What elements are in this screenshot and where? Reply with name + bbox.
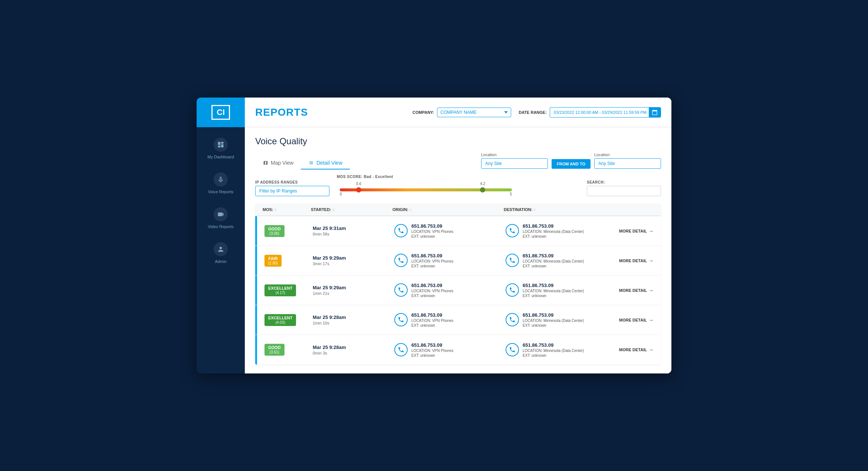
sort-icon-started[interactable]: ↕ (333, 208, 335, 211)
mos-max: 5 (510, 192, 512, 196)
started-cell: Mar 25 9:29am 1min 21s (313, 285, 379, 296)
date-range-value: 03/23/2022 12:00:00 AM - 03/29/2022 11:5… (550, 108, 650, 116)
header-mos: MOS: ↕ (263, 207, 311, 212)
mos-label: MOS SCORE: Bad - Excellent (337, 175, 515, 179)
main-content: REPORTS COMPANY: COMPANY NAME DATE RANGE… (245, 98, 671, 373)
row-bar (255, 216, 257, 246)
location-input-2[interactable] (594, 158, 661, 169)
sidebar-item-video-reports[interactable]: Video Reports (197, 201, 245, 235)
map-icon (263, 160, 269, 165)
dest-phone-icon (506, 313, 519, 326)
detail-icon (308, 160, 314, 165)
tab-map-view[interactable]: Map View (255, 157, 301, 169)
started-date: Mar 25 9:28am (313, 314, 379, 320)
sort-icon-destination[interactable]: ↕ (534, 208, 536, 211)
mos-label: GOOD (268, 227, 281, 231)
ip-ranges-group: IP ADDRESS RANGES (255, 180, 329, 196)
origin-location: LOCATION: VPN Phones (411, 319, 453, 323)
location-group-2: Location (594, 152, 661, 169)
started-date: Mar 25 9:29am (313, 255, 379, 261)
origin-cell: 651.86.753.09 LOCATION: VPN Phones EXT: … (394, 283, 506, 298)
origin-ext: EXT: unknown (411, 294, 453, 298)
origin-ext: EXT: unknown (411, 323, 453, 327)
dest-ext: EXT: unknown (523, 234, 584, 238)
row-bar (255, 335, 257, 365)
arrow-right-icon: → (648, 258, 654, 264)
sort-icon-mos[interactable]: ↕ (275, 208, 277, 211)
ip-ranges-input[interactable] (255, 186, 329, 196)
mos-badge: EXCELLENT (4.03) (264, 314, 296, 326)
more-detail-label: MORE DETAIL (619, 348, 647, 352)
more-detail-label: MORE DETAIL (619, 318, 647, 322)
mos-cell: GOOD (3.06) (264, 225, 313, 237)
phone-icon (509, 227, 516, 234)
calendar-button[interactable] (649, 108, 661, 117)
phone-icon (509, 346, 516, 353)
more-detail-button[interactable]: MORE DETAIL → (617, 347, 654, 353)
mos-score: (4.03) (276, 320, 285, 325)
origin-info: 651.86.753.09 LOCATION: VPN Phones EXT: … (411, 342, 453, 358)
company-select[interactable]: COMPANY NAME (437, 108, 511, 117)
dest-info: 651.86.753.09 LOCATION: Minnesota (Data … (523, 253, 584, 268)
origin-ext: EXT: unknown (411, 234, 453, 238)
header-destination: DESTINATION: ↕ (504, 207, 615, 212)
sidebar-item-voice-reports[interactable]: Voice Reports (197, 166, 245, 201)
mos-label: FAIR (269, 256, 278, 261)
tab-detail-view-label: Detail View (316, 160, 342, 166)
more-detail-button[interactable]: MORE DETAIL → (617, 228, 654, 234)
origin-ip: 651.86.753.09 (411, 312, 453, 318)
started-date: Mar 25 9:31am (313, 225, 379, 231)
mos-right-value: 4.2 (480, 182, 485, 186)
more-detail-button[interactable]: MORE DETAIL → (617, 258, 654, 264)
from-and-to-button[interactable]: FROM AND TO (552, 159, 591, 169)
dest-ext: EXT: unknown (523, 353, 584, 358)
search-group: SEARCH: (587, 180, 661, 196)
origin-ip: 651.86.753.09 (411, 253, 453, 258)
phone-icon (398, 287, 404, 293)
date-range-wrapper: 03/23/2022 12:00:00 AM - 03/29/2022 11:5… (550, 107, 661, 118)
started-duration: 0min 58s (313, 232, 379, 236)
mos-slider-group: MOS SCORE: Bad - Excellent 0.6 4.2 0 5 (337, 175, 515, 196)
sidebar-item-admin[interactable]: Admin (197, 235, 245, 270)
mos-label: EXCELLENT (268, 286, 292, 290)
ip-ranges-label: IP ADDRESS RANGES (255, 180, 329, 184)
tab-detail-view[interactable]: Detail View (301, 157, 350, 169)
table-body: GOOD (3.06) Mar 25 9:31am 0min 58s 651.8… (255, 216, 661, 365)
mos-thumb-right[interactable] (480, 187, 485, 192)
table-row: FAIR (2.80) Mar 25 9:29am 3min 17s 651.8… (255, 246, 661, 276)
mos-left-value: 0.6 (356, 182, 361, 186)
search-input[interactable] (587, 186, 661, 196)
search-label: SEARCH: (587, 180, 661, 184)
origin-cell: 651.86.753.09 LOCATION: VPN Phones EXT: … (394, 312, 506, 327)
mos-badge: GOOD (3.06) (264, 225, 285, 237)
phone-icon (398, 316, 404, 323)
arrow-right-icon: → (648, 228, 654, 234)
more-detail-button[interactable]: MORE DETAIL → (617, 317, 654, 323)
data-table: MOS: ↕ STARTED: ↕ ORIGIN: ↕ (255, 204, 661, 365)
origin-phone-icon (394, 283, 408, 297)
origin-phone-icon (394, 343, 408, 356)
dest-info: 651.86.753.09 LOCATION: Minnesota (Data … (523, 223, 584, 238)
location-input-1[interactable] (481, 158, 548, 169)
origin-ext: EXT: unknown (411, 264, 453, 268)
sidebar-item-dashboard[interactable]: My Dashboard (197, 131, 245, 166)
mos-slider[interactable]: 0.6 4.2 0 5 (337, 180, 515, 196)
dest-info: 651.86.753.09 LOCATION: Minnesota (Data … (523, 312, 584, 327)
sort-icon-origin[interactable]: ↕ (410, 208, 412, 211)
arrow-right-icon: → (648, 287, 654, 293)
mos-thumb-left[interactable] (356, 187, 361, 192)
page-content: Voice Quality Map View Detail View (245, 127, 671, 373)
sidebar-item-label: My Dashboard (207, 155, 234, 159)
mos-score: (3.06) (270, 231, 279, 235)
more-detail-label: MORE DETAIL (619, 288, 647, 293)
more-detail-button[interactable]: MORE DETAIL → (617, 287, 654, 293)
started-date: Mar 25 9:28am (313, 345, 379, 350)
company-label: COMPANY: (412, 110, 434, 115)
destination-cell: 651.86.753.09 LOCATION: Minnesota (Data … (506, 342, 617, 358)
dest-ext: EXT: unknown (523, 323, 584, 327)
dest-phone-icon (506, 283, 519, 297)
sidebar-item-label: Admin (215, 259, 226, 264)
dest-ip: 651.86.753.09 (523, 342, 584, 348)
row-bar (255, 276, 257, 305)
mos-cell: EXCELLENT (4.03) (264, 314, 313, 326)
